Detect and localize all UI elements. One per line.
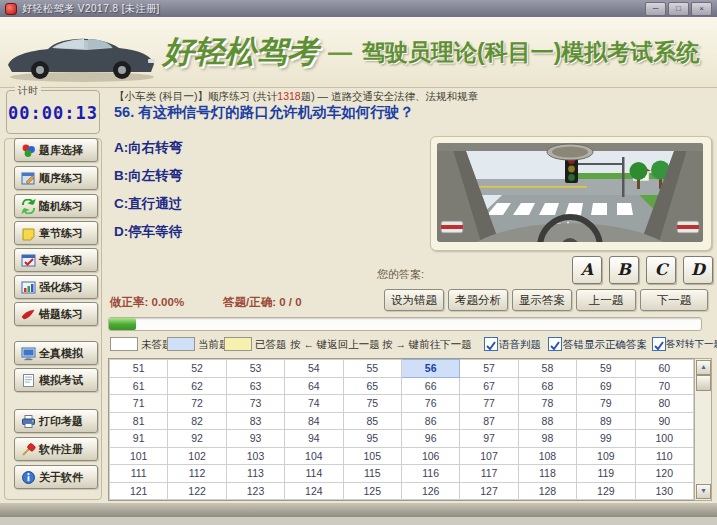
grid-cell-72[interactable]: 72 — [168, 395, 226, 413]
grid-cell-69[interactable]: 69 — [577, 377, 635, 395]
grid-cell-54[interactable]: 54 — [285, 360, 343, 378]
option-b[interactable]: B:向左转弯 — [114, 167, 182, 185]
grid-cell-70[interactable]: 70 — [635, 377, 693, 395]
scroll-up-button[interactable]: ▲ — [696, 360, 711, 375]
prev-question-button[interactable]: 上一题 — [576, 289, 636, 311]
grid-cell-104[interactable]: 104 — [285, 447, 343, 465]
sidebar-item-print-questions[interactable]: 打印考题 — [14, 409, 98, 433]
grid-cell-118[interactable]: 118 — [518, 465, 576, 483]
grid-cell-110[interactable]: 110 — [635, 447, 693, 465]
grid-cell-100[interactable]: 100 — [635, 430, 693, 448]
grid-cell-94[interactable]: 94 — [285, 430, 343, 448]
grid-cell-124[interactable]: 124 — [285, 482, 343, 500]
answer-button-c[interactable]: C — [646, 256, 676, 284]
grid-cell-89[interactable]: 89 — [577, 412, 635, 430]
grid-cell-53[interactable]: 53 — [226, 360, 284, 378]
mark-wrong-button[interactable]: 设为错题 — [384, 289, 444, 311]
grid-cell-51[interactable]: 51 — [110, 360, 168, 378]
grid-cell-112[interactable]: 112 — [168, 465, 226, 483]
grid-cell-67[interactable]: 67 — [460, 377, 518, 395]
answer-button-b[interactable]: B — [609, 256, 639, 284]
auto-next-on-correct-checkbox[interactable] — [652, 337, 666, 351]
grid-cell-55[interactable]: 55 — [343, 360, 401, 378]
grid-cell-97[interactable]: 97 — [460, 430, 518, 448]
close-button[interactable]: × — [691, 2, 712, 16]
grid-cell-128[interactable]: 128 — [518, 482, 576, 500]
grid-cell-125[interactable]: 125 — [343, 482, 401, 500]
grid-cell-84[interactable]: 84 — [285, 412, 343, 430]
next-question-button[interactable]: 下一题 — [640, 289, 708, 311]
analysis-button[interactable]: 考题分析 — [448, 289, 508, 311]
grid-cell-130[interactable]: 130 — [635, 482, 693, 500]
grid-cell-121[interactable]: 121 — [110, 482, 168, 500]
sidebar-item-about-software[interactable]: 关于软件 — [14, 465, 98, 489]
grid-cell-60[interactable]: 60 — [635, 360, 693, 378]
show-correct-on-wrong-checkbox[interactable] — [548, 337, 562, 351]
option-c[interactable]: C:直行通过 — [114, 195, 182, 213]
grid-cell-95[interactable]: 95 — [343, 430, 401, 448]
grid-cell-98[interactable]: 98 — [518, 430, 576, 448]
sidebar-item-random-practice[interactable]: 随机练习 — [14, 194, 98, 218]
grid-cell-68[interactable]: 68 — [518, 377, 576, 395]
grid-cell-115[interactable]: 115 — [343, 465, 401, 483]
grid-cell-109[interactable]: 109 — [577, 447, 635, 465]
grid-cell-64[interactable]: 64 — [285, 377, 343, 395]
grid-cell-80[interactable]: 80 — [635, 395, 693, 413]
grid-cell-87[interactable]: 87 — [460, 412, 518, 430]
grid-cell-122[interactable]: 122 — [168, 482, 226, 500]
grid-cell-113[interactable]: 113 — [226, 465, 284, 483]
option-a[interactable]: A:向右转弯 — [114, 139, 182, 157]
sidebar-item-special-practice[interactable]: 专项练习 — [14, 248, 98, 272]
grid-cell-93[interactable]: 93 — [226, 430, 284, 448]
sidebar-item-sequential-practice[interactable]: 顺序练习 — [14, 166, 98, 190]
grid-cell-73[interactable]: 73 — [226, 395, 284, 413]
grid-cell-76[interactable]: 76 — [401, 395, 459, 413]
show-answer-button[interactable]: 显示答案 — [512, 289, 572, 311]
grid-cell-102[interactable]: 102 — [168, 447, 226, 465]
grid-cell-88[interactable]: 88 — [518, 412, 576, 430]
grid-cell-105[interactable]: 105 — [343, 447, 401, 465]
grid-cell-99[interactable]: 99 — [577, 430, 635, 448]
grid-cell-74[interactable]: 74 — [285, 395, 343, 413]
sidebar-item-intensive-practice[interactable]: 强化练习 — [14, 275, 98, 299]
grid-cell-116[interactable]: 116 — [401, 465, 459, 483]
scroll-down-button[interactable]: ▼ — [696, 484, 711, 499]
option-d[interactable]: D:停车等待 — [114, 223, 182, 241]
grid-cell-111[interactable]: 111 — [110, 465, 168, 483]
grid-cell-92[interactable]: 92 — [168, 430, 226, 448]
sidebar-item-question-bank[interactable]: 题库选择 — [14, 138, 98, 162]
grid-cell-58[interactable]: 58 — [518, 360, 576, 378]
grid-cell-71[interactable]: 71 — [110, 395, 168, 413]
grid-cell-126[interactable]: 126 — [401, 482, 459, 500]
sidebar-item-wrong-question-practice[interactable]: 错题练习 — [14, 302, 98, 326]
grid-cell-119[interactable]: 119 — [577, 465, 635, 483]
grid-cell-63[interactable]: 63 — [226, 377, 284, 395]
grid-cell-77[interactable]: 77 — [460, 395, 518, 413]
grid-cell-57[interactable]: 57 — [460, 360, 518, 378]
grid-cell-120[interactable]: 120 — [635, 465, 693, 483]
grid-cell-61[interactable]: 61 — [110, 377, 168, 395]
grid-cell-65[interactable]: 65 — [343, 377, 401, 395]
grid-cell-96[interactable]: 96 — [401, 430, 459, 448]
grid-cell-56[interactable]: 56 — [401, 360, 459, 378]
grid-cell-81[interactable]: 81 — [110, 412, 168, 430]
sidebar-item-chapter-practice[interactable]: 章节练习 — [14, 221, 98, 245]
sidebar-item-mock-exam[interactable]: 模拟考试 — [14, 368, 98, 392]
grid-cell-82[interactable]: 82 — [168, 412, 226, 430]
grid-cell-85[interactable]: 85 — [343, 412, 401, 430]
grid-cell-59[interactable]: 59 — [577, 360, 635, 378]
voice-judge-checkbox[interactable] — [484, 337, 498, 351]
grid-cell-103[interactable]: 103 — [226, 447, 284, 465]
grid-scrollbar[interactable]: ▲ ▼ — [694, 358, 712, 501]
sidebar-item-register-software[interactable]: 软件注册 — [14, 437, 98, 461]
grid-cell-107[interactable]: 107 — [460, 447, 518, 465]
sidebar-item-full-simulation[interactable]: 全真模拟 — [14, 341, 98, 365]
grid-cell-79[interactable]: 79 — [577, 395, 635, 413]
grid-cell-127[interactable]: 127 — [460, 482, 518, 500]
grid-cell-75[interactable]: 75 — [343, 395, 401, 413]
grid-cell-52[interactable]: 52 — [168, 360, 226, 378]
answer-button-a[interactable]: A — [572, 256, 602, 284]
grid-cell-91[interactable]: 91 — [110, 430, 168, 448]
grid-cell-114[interactable]: 114 — [285, 465, 343, 483]
grid-cell-117[interactable]: 117 — [460, 465, 518, 483]
